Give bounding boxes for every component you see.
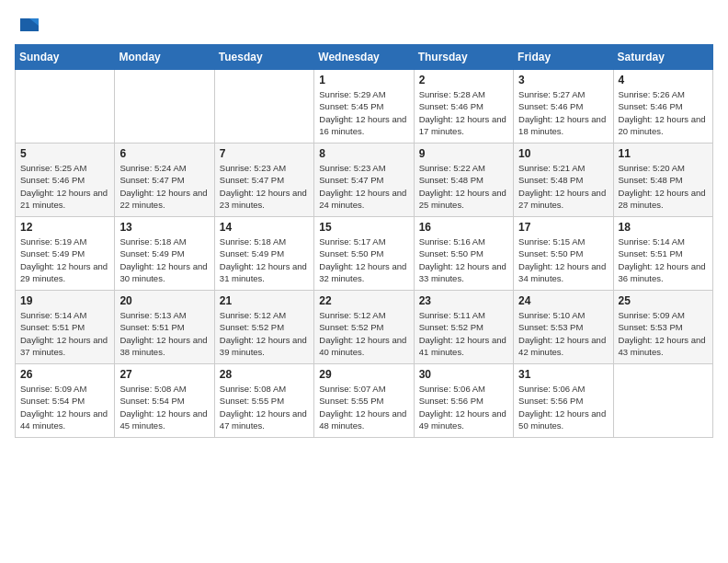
day-info: Sunrise: 5:12 AM Sunset: 5:52 PM Dayligh… — [220, 309, 309, 358]
calendar-header-row: SundayMondayTuesdayWednesdayThursdayFrid… — [16, 45, 713, 70]
calendar-day-cell: 29Sunrise: 5:07 AM Sunset: 5:55 PM Dayli… — [314, 364, 414, 438]
logo — [15, 15, 42, 35]
day-number: 12 — [20, 221, 109, 234]
calendar-day-cell: 26Sunrise: 5:09 AM Sunset: 5:54 PM Dayli… — [16, 364, 115, 438]
calendar-day-cell: 8Sunrise: 5:23 AM Sunset: 5:47 PM Daylig… — [314, 144, 414, 217]
day-info: Sunrise: 5:08 AM Sunset: 5:54 PM Dayligh… — [119, 383, 209, 431]
day-number: 21 — [220, 294, 309, 307]
day-number: 20 — [119, 294, 209, 307]
day-number: 3 — [518, 74, 608, 86]
calendar-day-cell: 15Sunrise: 5:17 AM Sunset: 5:50 PM Dayli… — [314, 217, 414, 291]
calendar-day-cell: 10Sunrise: 5:21 AM Sunset: 5:48 PM Dayli… — [514, 144, 613, 217]
calendar-day-cell: 1Sunrise: 5:29 AM Sunset: 5:45 PM Daylig… — [314, 70, 414, 144]
calendar-day-cell: 20Sunrise: 5:13 AM Sunset: 5:51 PM Dayli… — [115, 291, 214, 364]
day-number: 13 — [119, 221, 209, 234]
day-number: 17 — [518, 221, 608, 234]
day-info: Sunrise: 5:10 AM Sunset: 5:53 PM Dayligh… — [518, 309, 608, 358]
calendar-day-cell: 21Sunrise: 5:12 AM Sunset: 5:52 PM Dayli… — [214, 291, 313, 364]
day-number: 18 — [619, 221, 708, 234]
calendar-week-row: 12Sunrise: 5:19 AM Sunset: 5:49 PM Dayli… — [16, 217, 713, 291]
day-number: 23 — [419, 294, 508, 307]
day-info: Sunrise: 5:06 AM Sunset: 5:56 PM Dayligh… — [419, 383, 508, 431]
page-header — [15, 15, 713, 35]
day-info: Sunrise: 5:20 AM Sunset: 5:48 PM Dayligh… — [619, 162, 708, 211]
col-header-friday: Friday — [514, 45, 613, 70]
col-header-thursday: Thursday — [414, 45, 513, 70]
day-number: 24 — [518, 294, 608, 307]
day-number: 30 — [419, 368, 508, 381]
day-number: 2 — [419, 74, 508, 86]
day-number: 1 — [319, 74, 408, 86]
day-number: 6 — [119, 147, 209, 160]
calendar-day-cell: 31Sunrise: 5:06 AM Sunset: 5:56 PM Dayli… — [514, 364, 613, 438]
day-info: Sunrise: 5:08 AM Sunset: 5:55 PM Dayligh… — [220, 383, 309, 431]
day-number: 14 — [220, 221, 309, 234]
day-info: Sunrise: 5:26 AM Sunset: 5:46 PM Dayligh… — [619, 88, 708, 137]
day-info: Sunrise: 5:15 AM Sunset: 5:50 PM Dayligh… — [518, 236, 608, 284]
day-info: Sunrise: 5:09 AM Sunset: 5:53 PM Dayligh… — [619, 309, 708, 358]
day-info: Sunrise: 5:14 AM Sunset: 5:51 PM Dayligh… — [619, 236, 708, 284]
day-info: Sunrise: 5:24 AM Sunset: 5:47 PM Dayligh… — [119, 162, 209, 211]
day-info: Sunrise: 5:12 AM Sunset: 5:52 PM Dayligh… — [319, 309, 408, 358]
day-info: Sunrise: 5:27 AM Sunset: 5:46 PM Dayligh… — [518, 88, 608, 137]
calendar-week-row: 1Sunrise: 5:29 AM Sunset: 5:45 PM Daylig… — [16, 70, 713, 144]
calendar-day-cell: 11Sunrise: 5:20 AM Sunset: 5:48 PM Dayli… — [613, 144, 712, 217]
day-info: Sunrise: 5:06 AM Sunset: 5:56 PM Dayligh… — [518, 383, 608, 431]
day-info: Sunrise: 5:09 AM Sunset: 5:54 PM Dayligh… — [20, 383, 109, 431]
day-info: Sunrise: 5:21 AM Sunset: 5:48 PM Dayligh… — [518, 162, 608, 211]
calendar-day-cell: 3Sunrise: 5:27 AM Sunset: 5:46 PM Daylig… — [514, 70, 613, 144]
calendar-day-cell: 13Sunrise: 5:18 AM Sunset: 5:49 PM Dayli… — [115, 217, 214, 291]
day-info: Sunrise: 5:19 AM Sunset: 5:49 PM Dayligh… — [20, 236, 109, 284]
day-info: Sunrise: 5:28 AM Sunset: 5:46 PM Dayligh… — [419, 88, 508, 137]
day-number: 15 — [319, 221, 408, 234]
day-number: 8 — [319, 147, 408, 160]
col-header-tuesday: Tuesday — [214, 45, 313, 70]
calendar-day-cell: 4Sunrise: 5:26 AM Sunset: 5:46 PM Daylig… — [613, 70, 712, 144]
day-number: 27 — [119, 368, 209, 381]
calendar-day-cell: 17Sunrise: 5:15 AM Sunset: 5:50 PM Dayli… — [514, 217, 613, 291]
calendar-day-cell: 16Sunrise: 5:16 AM Sunset: 5:50 PM Dayli… — [414, 217, 513, 291]
day-number: 25 — [619, 294, 708, 307]
calendar-day-cell — [214, 70, 313, 144]
day-info: Sunrise: 5:17 AM Sunset: 5:50 PM Dayligh… — [319, 236, 408, 284]
calendar-week-row: 26Sunrise: 5:09 AM Sunset: 5:54 PM Dayli… — [16, 364, 713, 438]
day-number: 22 — [319, 294, 408, 307]
col-header-wednesday: Wednesday — [314, 45, 414, 70]
calendar-day-cell: 9Sunrise: 5:22 AM Sunset: 5:48 PM Daylig… — [414, 144, 513, 217]
calendar-day-cell: 14Sunrise: 5:18 AM Sunset: 5:49 PM Dayli… — [214, 217, 313, 291]
calendar-day-cell: 22Sunrise: 5:12 AM Sunset: 5:52 PM Dayli… — [314, 291, 414, 364]
col-header-saturday: Saturday — [613, 45, 712, 70]
calendar-day-cell — [613, 364, 712, 438]
col-header-sunday: Sunday — [16, 45, 115, 70]
calendar-day-cell: 7Sunrise: 5:23 AM Sunset: 5:47 PM Daylig… — [214, 144, 313, 217]
calendar-day-cell: 6Sunrise: 5:24 AM Sunset: 5:47 PM Daylig… — [115, 144, 214, 217]
logo-flag-icon — [17, 15, 42, 40]
day-number: 19 — [20, 294, 109, 307]
calendar-day-cell: 28Sunrise: 5:08 AM Sunset: 5:55 PM Dayli… — [214, 364, 313, 438]
calendar-day-cell: 23Sunrise: 5:11 AM Sunset: 5:52 PM Dayli… — [414, 291, 513, 364]
calendar-day-cell: 25Sunrise: 5:09 AM Sunset: 5:53 PM Dayli… — [613, 291, 712, 364]
day-info: Sunrise: 5:14 AM Sunset: 5:51 PM Dayligh… — [20, 309, 109, 358]
day-info: Sunrise: 5:07 AM Sunset: 5:55 PM Dayligh… — [319, 383, 408, 431]
calendar-day-cell: 2Sunrise: 5:28 AM Sunset: 5:46 PM Daylig… — [414, 70, 513, 144]
day-number: 5 — [20, 147, 109, 160]
day-info: Sunrise: 5:11 AM Sunset: 5:52 PM Dayligh… — [419, 309, 508, 358]
day-number: 9 — [419, 147, 508, 160]
day-number: 29 — [319, 368, 408, 381]
day-number: 11 — [619, 147, 708, 160]
day-info: Sunrise: 5:29 AM Sunset: 5:45 PM Dayligh… — [319, 88, 408, 137]
calendar-day-cell — [16, 70, 115, 144]
day-number: 4 — [619, 74, 708, 86]
calendar-table: SundayMondayTuesdayWednesdayThursdayFrid… — [15, 44, 713, 438]
day-info: Sunrise: 5:16 AM Sunset: 5:50 PM Dayligh… — [419, 236, 508, 284]
day-info: Sunrise: 5:13 AM Sunset: 5:51 PM Dayligh… — [119, 309, 209, 358]
calendar-day-cell — [115, 70, 214, 144]
calendar-day-cell: 27Sunrise: 5:08 AM Sunset: 5:54 PM Dayli… — [115, 364, 214, 438]
col-header-monday: Monday — [115, 45, 214, 70]
day-info: Sunrise: 5:25 AM Sunset: 5:46 PM Dayligh… — [20, 162, 109, 211]
calendar-week-row: 5Sunrise: 5:25 AM Sunset: 5:46 PM Daylig… — [16, 144, 713, 217]
day-info: Sunrise: 5:18 AM Sunset: 5:49 PM Dayligh… — [220, 236, 309, 284]
day-number: 16 — [419, 221, 508, 234]
calendar-day-cell: 12Sunrise: 5:19 AM Sunset: 5:49 PM Dayli… — [16, 217, 115, 291]
day-info: Sunrise: 5:23 AM Sunset: 5:47 PM Dayligh… — [220, 162, 309, 211]
